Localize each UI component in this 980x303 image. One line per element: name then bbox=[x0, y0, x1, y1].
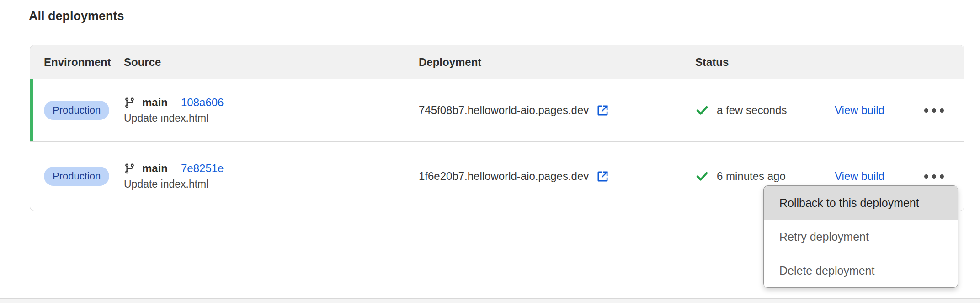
menu-item-retry[interactable]: Retry deployment bbox=[764, 220, 958, 254]
status-text: a few seconds bbox=[717, 104, 787, 117]
view-build-link[interactable]: View build bbox=[835, 170, 884, 182]
check-icon bbox=[695, 169, 709, 183]
ellipsis-icon bbox=[924, 174, 928, 179]
commit-message: Update index.html bbox=[124, 112, 419, 124]
commit-message: Update index.html bbox=[124, 178, 419, 190]
environment-badge: Production bbox=[44, 167, 109, 186]
branch-name: main bbox=[142, 162, 168, 175]
column-header-status: Status bbox=[695, 56, 835, 69]
external-link-icon[interactable] bbox=[596, 170, 609, 183]
column-header-deployment: Deployment bbox=[419, 56, 695, 69]
column-header-environment: Environment bbox=[30, 56, 124, 69]
branch-name: main bbox=[142, 96, 168, 109]
git-branch-icon bbox=[124, 97, 135, 108]
commit-link[interactable]: 7e8251e bbox=[181, 162, 224, 175]
table-header-row: Environment Source Deployment Status bbox=[30, 45, 964, 79]
view-build-link[interactable]: View build bbox=[835, 104, 884, 116]
deployment-actions-button[interactable] bbox=[922, 105, 946, 116]
deployment-url: 745f08b7.helloworld-aio.pages.dev bbox=[419, 104, 589, 117]
environment-badge: Production bbox=[44, 101, 109, 120]
column-header-source: Source bbox=[124, 56, 419, 69]
git-branch-icon bbox=[124, 163, 135, 174]
status-text: 6 minutes ago bbox=[717, 170, 786, 183]
current-deployment-indicator bbox=[30, 79, 33, 141]
page-title: All deployments bbox=[29, 9, 124, 23]
check-icon bbox=[695, 103, 709, 117]
menu-item-rollback[interactable]: Rollback to this deployment bbox=[764, 186, 958, 220]
deployment-context-menu: Rollback to this deployment Retry deploy… bbox=[763, 185, 958, 288]
bottom-divider bbox=[0, 298, 980, 303]
commit-link[interactable]: 108a606 bbox=[181, 96, 224, 109]
ellipsis-icon bbox=[924, 108, 928, 113]
deployment-actions-button[interactable] bbox=[922, 171, 946, 182]
table-row: Production main 108a606 Update index.htm… bbox=[30, 79, 964, 142]
external-link-icon[interactable] bbox=[596, 104, 609, 117]
menu-item-delete[interactable]: Delete deployment bbox=[764, 254, 958, 287]
deployment-url: 1f6e20b7.helloworld-aio.pages.dev bbox=[419, 170, 589, 183]
